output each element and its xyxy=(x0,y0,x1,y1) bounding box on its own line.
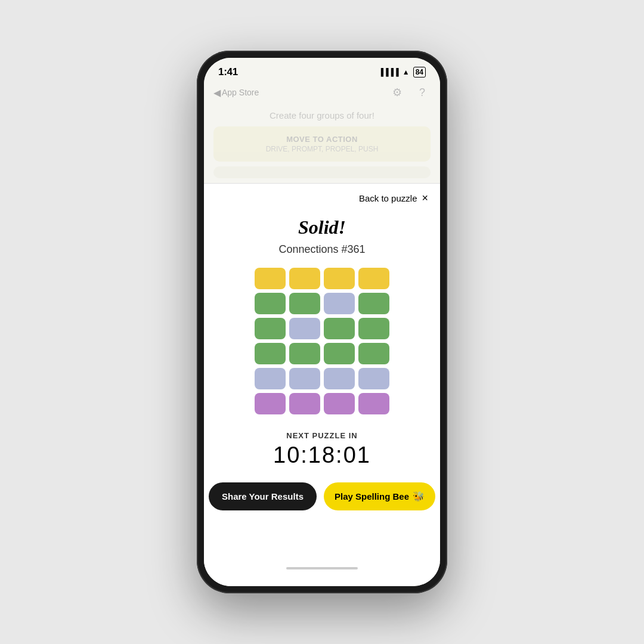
status-bar: 1:41 ▐▐▐▐ ▲ 84 xyxy=(204,58,440,82)
grid-row-3 xyxy=(255,318,389,339)
tile-g2 xyxy=(289,293,320,314)
bee-icon: 🐝 xyxy=(413,491,425,502)
modal-content: Solid! Connections #361 xyxy=(204,210,440,562)
tile-g1 xyxy=(255,293,286,314)
settings-icon[interactable]: ⚙ xyxy=(389,84,405,101)
tile-g9 xyxy=(324,343,355,364)
tile-y4 xyxy=(358,268,389,289)
countdown-timer: 10:18:01 xyxy=(273,442,371,468)
tile-g10 xyxy=(358,343,389,364)
tile-y3 xyxy=(324,268,355,289)
card-title: MOVE TO ACTION xyxy=(223,135,421,144)
next-puzzle-label: NEXT PUZZLE IN xyxy=(286,431,357,440)
modal-header: Back to puzzle × xyxy=(204,184,440,210)
action-buttons: Share Your Results Play Spelling Bee 🐝 xyxy=(204,482,440,510)
result-title: Solid! xyxy=(298,216,346,239)
tile-g8 xyxy=(289,343,320,364)
tile-p1 xyxy=(255,393,286,414)
tile-g5 xyxy=(324,318,355,339)
tile-p4 xyxy=(358,393,389,414)
spelling-bee-button[interactable]: Play Spelling Bee 🐝 xyxy=(324,482,435,510)
puzzle-background: Create four groups of four! MOVE TO ACTI… xyxy=(204,106,440,183)
tile-b4 xyxy=(289,368,320,389)
result-modal: Back to puzzle × Solid! Connections #361 xyxy=(204,183,440,586)
home-bar xyxy=(286,567,358,569)
tile-b1 xyxy=(324,293,355,314)
back-to-puzzle-button[interactable]: Back to puzzle × xyxy=(359,192,428,205)
grid-row-6 xyxy=(255,393,389,414)
help-icon[interactable]: ? xyxy=(414,84,431,101)
close-icon: × xyxy=(422,192,428,205)
puzzle-prompt: Create four groups of four! xyxy=(213,110,431,120)
wifi-icon: ▲ xyxy=(402,68,410,76)
puzzle-card-1: MOVE TO ACTION DRIVE, PROMPT, PROPEL, PU… xyxy=(213,126,431,162)
home-indicator xyxy=(204,562,440,574)
tile-g6 xyxy=(358,318,389,339)
status-time: 1:41 xyxy=(218,66,238,78)
grid-row-5 xyxy=(255,368,389,389)
back-to-puzzle-label: Back to puzzle xyxy=(359,193,417,203)
back-label: App Store xyxy=(222,88,259,97)
nav-icons: ⚙ ? xyxy=(389,84,431,101)
tile-b3 xyxy=(255,368,286,389)
tile-g3 xyxy=(358,293,389,314)
tile-p2 xyxy=(289,393,320,414)
tile-g4 xyxy=(255,318,286,339)
result-grid xyxy=(255,268,389,414)
nav-bar: ◀ App Store ⚙ ? xyxy=(204,82,440,106)
back-button[interactable]: ◀ App Store xyxy=(213,87,259,98)
tile-p3 xyxy=(324,393,355,414)
share-results-button[interactable]: Share Your Results xyxy=(209,482,317,510)
tile-g7 xyxy=(255,343,286,364)
tile-y1 xyxy=(255,268,286,289)
grid-row-4 xyxy=(255,343,389,364)
grid-row-1 xyxy=(255,268,389,289)
card-words: DRIVE, PROMPT, PROPEL, PUSH xyxy=(223,145,421,153)
signal-icon: ▐▐▐▐ xyxy=(379,68,399,76)
status-icons: ▐▐▐▐ ▲ 84 xyxy=(379,67,426,78)
puzzle-card-2 xyxy=(213,166,431,178)
tile-b6 xyxy=(358,368,389,389)
spelling-bee-label: Play Spelling Bee xyxy=(335,491,409,501)
phone-frame: 1:41 ▐▐▐▐ ▲ 84 ◀ App Store ⚙ ? xyxy=(197,51,447,593)
tile-b5 xyxy=(324,368,355,389)
tile-b2 xyxy=(289,318,320,339)
battery-indicator: 84 xyxy=(413,67,426,78)
puzzle-number: Connections #361 xyxy=(278,243,365,256)
tile-y2 xyxy=(289,268,320,289)
back-arrow-icon: ◀ xyxy=(213,87,221,98)
grid-row-2 xyxy=(255,293,389,314)
phone-screen: 1:41 ▐▐▐▐ ▲ 84 ◀ App Store ⚙ ? xyxy=(204,58,440,586)
